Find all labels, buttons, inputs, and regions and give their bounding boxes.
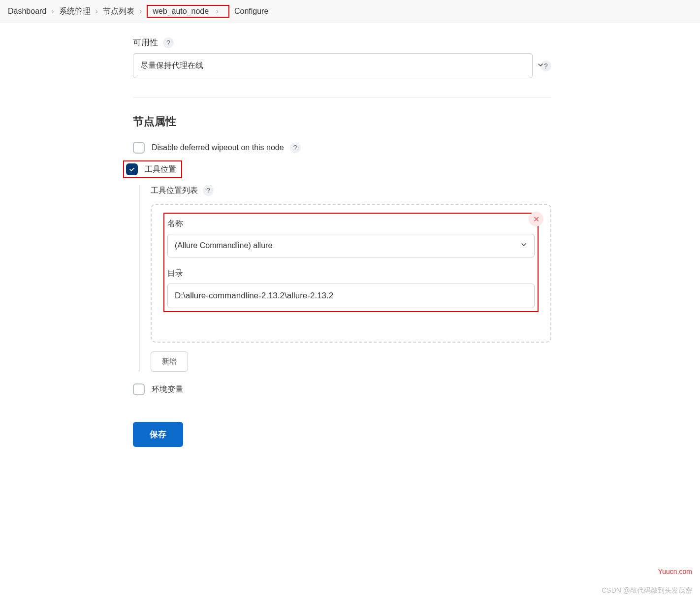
chevron-right-icon: ›	[139, 7, 142, 16]
row-tool-locations: 工具位置	[123, 160, 551, 178]
checkbox-env-vars[interactable]	[133, 383, 145, 395]
highlight-box: 工具位置	[123, 160, 182, 178]
label-env-vars: 环境变量	[152, 384, 183, 395]
add-tool-button[interactable]: 新增	[151, 351, 188, 372]
label-tool-locations: 工具位置	[145, 164, 176, 175]
save-button[interactable]: 保存	[133, 422, 183, 447]
help-icon[interactable]: ?	[290, 142, 301, 153]
main-content: 可用性 ? 尽量保持代理在线 ? 节点属性 Disable deferred w…	[133, 23, 566, 447]
breadcrumb-dashboard[interactable]: Dashboard	[8, 7, 46, 16]
checkbox-disable-wipeout[interactable]	[133, 142, 145, 154]
row-env-vars: 环境变量	[133, 383, 551, 395]
label-tool-locations-list: 工具位置列表	[151, 186, 198, 196]
availability-select[interactable]: 尽量保持代理在线	[133, 53, 533, 78]
tool-location-entry: ✕ 名称 (Allure Commandline) allure 目录	[151, 204, 551, 343]
help-icon[interactable]: ?	[541, 61, 551, 71]
divider	[133, 97, 551, 97]
breadcrumb-configure[interactable]: Configure	[234, 7, 268, 16]
section-title-node-properties: 节点属性	[133, 114, 551, 129]
highlight-box: web_auto_node ›	[147, 5, 229, 18]
label-disable-wipeout: Disable deferred wipeout on this node	[152, 143, 284, 152]
availability-value: 尽量保持代理在线	[140, 61, 203, 71]
availability-label: 可用性	[133, 37, 158, 48]
label-tool-dir: 目录	[167, 268, 535, 279]
help-icon[interactable]: ?	[163, 37, 174, 48]
help-icon[interactable]: ?	[203, 185, 214, 196]
checkbox-tool-locations[interactable]	[126, 163, 138, 175]
chevron-right-icon: ›	[95, 7, 98, 16]
tool-dir-input[interactable]	[167, 284, 535, 308]
chevron-right-icon: ›	[51, 7, 54, 16]
tool-name-select[interactable]: (Allure Commandline) allure	[167, 234, 535, 257]
tool-name-value: (Allure Commandline) allure	[175, 241, 272, 250]
highlight-box: 名称 (Allure Commandline) allure 目录	[163, 213, 539, 312]
breadcrumb: Dashboard › 系统管理 › 节点列表 › web_auto_node …	[0, 0, 700, 23]
breadcrumb-system-admin[interactable]: 系统管理	[59, 6, 91, 17]
close-icon: ✕	[533, 215, 540, 224]
label-tool-name: 名称	[167, 219, 535, 229]
breadcrumb-node-list[interactable]: 节点列表	[103, 6, 134, 17]
remove-entry-button[interactable]: ✕	[529, 212, 543, 226]
row-disable-wipeout: Disable deferred wipeout on this node ?	[133, 142, 551, 154]
breadcrumb-node-name[interactable]: web_auto_node	[153, 7, 209, 15]
chevron-right-icon: ›	[216, 7, 219, 15]
tool-locations-nested: 工具位置列表 ? ✕ 名称 (Allure Commandline) allur…	[139, 185, 551, 372]
